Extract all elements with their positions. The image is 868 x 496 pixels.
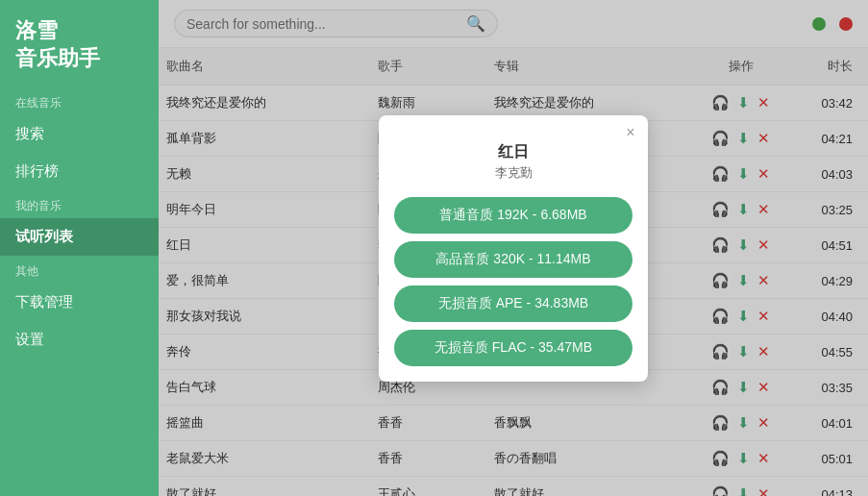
main-content: 🔍 歌曲名 歌手 专辑 操作 时长 我终究还是爱你的 魏新雨 我终究还是爱你的 xyxy=(159,0,868,496)
modal-overlay[interactable]: × 红日 李克勤 普通音质 192K - 6.68MB高品音质 320K - 1… xyxy=(159,0,868,496)
modal-artist: 李克勤 xyxy=(394,164,632,182)
modal-header: × xyxy=(379,115,648,142)
modal-options: 普通音质 192K - 6.68MB高品音质 320K - 11.14MB无损音… xyxy=(379,197,648,382)
sidebar-item-download-mgr[interactable]: 下载管理 xyxy=(0,284,159,321)
sidebar-item-trial-list[interactable]: 试听列表 xyxy=(0,218,159,256)
sidebar-section-other: 其他 xyxy=(0,256,159,284)
quality-option-normal[interactable]: 普通音质 192K - 6.68MB xyxy=(394,197,632,234)
quality-option-high[interactable]: 高品音质 320K - 11.14MB xyxy=(394,241,632,278)
sidebar-section-my-music: 我的音乐 xyxy=(0,190,159,218)
sidebar: 洛雪音乐助手 在线音乐 搜索 排行榜 我的音乐 试听列表 其他 下载管理 设置 xyxy=(0,0,159,496)
download-quality-modal: × 红日 李克勤 普通音质 192K - 6.68MB高品音质 320K - 1… xyxy=(379,115,648,382)
quality-option-lossless-flac[interactable]: 无损音质 FLAC - 35.47MB xyxy=(394,330,632,366)
sidebar-item-settings[interactable]: 设置 xyxy=(0,321,159,359)
sidebar-item-search[interactable]: 搜索 xyxy=(0,115,159,153)
modal-close-button[interactable]: × xyxy=(621,123,640,142)
modal-song-name: 红日 xyxy=(394,142,632,162)
app-logo: 洛雪音乐助手 xyxy=(0,0,159,87)
modal-title: 红日 李克勤 xyxy=(379,142,648,197)
sidebar-section-online-music: 在线音乐 xyxy=(0,87,159,115)
sidebar-item-charts[interactable]: 排行榜 xyxy=(0,153,159,190)
quality-option-lossless-ape[interactable]: 无损音质 APE - 34.83MB xyxy=(394,285,632,322)
